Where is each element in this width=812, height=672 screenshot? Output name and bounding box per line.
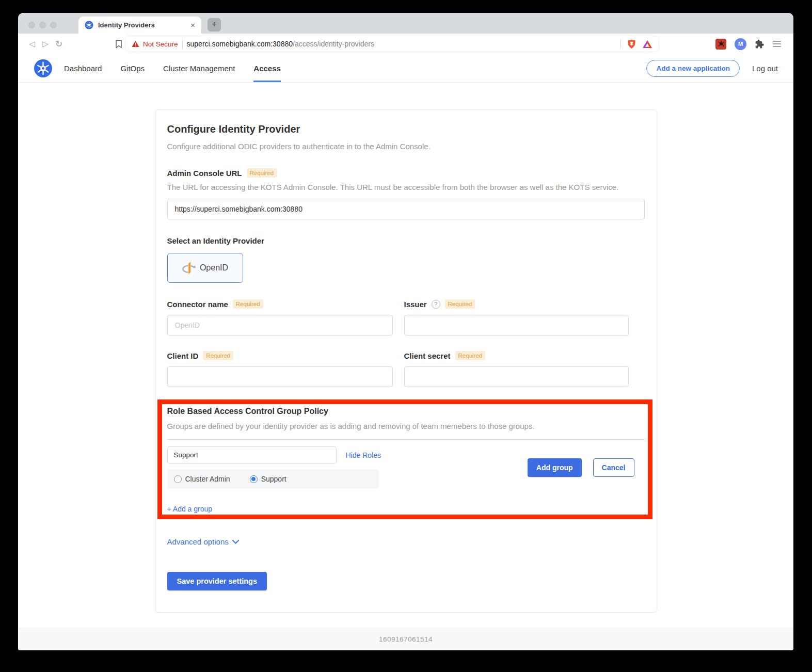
reload-button[interactable]: ↻ bbox=[52, 39, 66, 50]
browser-tab[interactable]: Identity Providers × bbox=[78, 17, 201, 34]
address-bar[interactable]: Not Secure superci.somebigbank.com:30880… bbox=[125, 36, 659, 52]
issuer-label: Issuer bbox=[404, 300, 427, 309]
radio-support[interactable]: Support bbox=[250, 475, 286, 483]
issuer-input[interactable] bbox=[404, 315, 629, 335]
bat-icon[interactable] bbox=[642, 40, 652, 49]
required-badge: Required bbox=[247, 168, 277, 178]
logout-link[interactable]: Log out bbox=[752, 64, 778, 73]
browser-menu-icon[interactable] bbox=[773, 41, 781, 47]
page-content: Configure Identity Provider Configure ad… bbox=[18, 83, 793, 628]
page-subtitle: Configure additional ODIC providers to a… bbox=[167, 142, 645, 151]
browser-toolbar: ◁ ▷ ↻ Not Secure superci.somebigbank.com… bbox=[18, 34, 793, 54]
kubernetes-favicon bbox=[85, 21, 93, 29]
url-text: superci.somebigbank.com:30880/access/ide… bbox=[187, 40, 616, 48]
connector-name-label: Connector name bbox=[167, 300, 228, 309]
add-new-application-button[interactable]: Add a new application bbox=[646, 60, 740, 77]
nav-item-dashboard[interactable]: Dashboard bbox=[64, 54, 102, 82]
select-provider-label: Select an Identity Provider bbox=[167, 236, 645, 245]
identity-provider-card: Configure Identity Provider Configure ad… bbox=[155, 109, 657, 613]
required-badge: Required bbox=[455, 351, 486, 360]
admin-console-url-help: The URL for accessing the KOTS Admin Con… bbox=[167, 183, 645, 191]
tab-strip: Identity Providers × + bbox=[18, 13, 793, 34]
radio-cluster-admin[interactable]: Cluster Admin bbox=[174, 475, 230, 483]
add-a-group-link[interactable]: + Add a group bbox=[167, 505, 213, 513]
not-secure-warning[interactable]: Not Secure bbox=[132, 40, 178, 48]
divider bbox=[167, 439, 645, 440]
advanced-options-link[interactable]: Advanced options bbox=[167, 537, 229, 546]
footer-timestamp: 1609167061514 bbox=[379, 635, 433, 643]
new-tab-button[interactable]: + bbox=[208, 18, 221, 31]
client-secret-label: Client secret bbox=[404, 351, 451, 360]
bookmark-icon[interactable] bbox=[115, 40, 122, 49]
issuer-help-icon[interactable]: ? bbox=[432, 300, 440, 309]
required-badge: Required bbox=[445, 299, 475, 309]
save-provider-settings-button[interactable]: Save provider settings bbox=[167, 572, 267, 590]
nav-item-access[interactable]: Access bbox=[253, 54, 281, 82]
minimize-window-button[interactable] bbox=[39, 22, 46, 28]
brave-shield-icon[interactable] bbox=[627, 39, 636, 49]
toolbar-extensions: M bbox=[715, 38, 786, 50]
connector-name-input[interactable] bbox=[167, 315, 393, 335]
url-host: superci.somebigbank.com:30880 bbox=[187, 40, 293, 48]
required-badge: Required bbox=[233, 299, 263, 309]
cancel-button[interactable]: Cancel bbox=[593, 458, 634, 477]
radio-label: Cluster Admin bbox=[185, 475, 230, 483]
rbac-subtitle: Groups are defined by your identity prov… bbox=[167, 422, 645, 430]
client-id-label: Client ID bbox=[167, 351, 199, 360]
required-badge: Required bbox=[203, 351, 233, 360]
close-tab-icon[interactable]: × bbox=[190, 21, 195, 29]
add-group-button[interactable]: Add group bbox=[528, 458, 582, 477]
admin-console-url-label: Admin Console URL bbox=[167, 169, 242, 178]
extensions-puzzle-icon[interactable] bbox=[755, 39, 765, 49]
radio-circle-icon bbox=[250, 475, 258, 483]
kubernetes-logo bbox=[34, 59, 53, 78]
group-editor-row: Hide Roles Cluster Admin Support bbox=[167, 446, 645, 489]
not-secure-label: Not Secure bbox=[143, 40, 178, 48]
advanced-options-row: Advanced options bbox=[167, 537, 645, 546]
client-secret-input[interactable] bbox=[404, 366, 629, 387]
close-window-button[interactable] bbox=[28, 22, 35, 28]
rbac-section: Role Based Access Control Group Policy G… bbox=[167, 407, 645, 514]
chevron-down-icon[interactable] bbox=[232, 540, 239, 544]
url-path: /access/identity-providers bbox=[293, 40, 374, 48]
hide-roles-link[interactable]: Hide Roles bbox=[346, 451, 381, 459]
app-header: Dashboard GitOps Cluster Management Acce… bbox=[18, 54, 793, 83]
nav-item-cluster-management[interactable]: Cluster Management bbox=[163, 54, 235, 82]
separator bbox=[182, 40, 183, 49]
separator bbox=[620, 40, 621, 49]
rbac-title: Role Based Access Control Group Policy bbox=[167, 407, 645, 416]
admin-console-url-input[interactable] bbox=[167, 199, 645, 219]
openid-provider-button[interactable]: OpenID bbox=[167, 253, 243, 283]
client-id-input[interactable] bbox=[167, 366, 393, 387]
radio-circle-icon bbox=[174, 475, 182, 483]
traffic-lights bbox=[18, 22, 64, 34]
openid-logo-icon bbox=[182, 261, 196, 275]
app-footer: 1609167061514 bbox=[18, 628, 793, 650]
back-button[interactable]: ◁ bbox=[25, 39, 39, 49]
zoom-window-button[interactable] bbox=[50, 22, 57, 28]
nav-item-gitops[interactable]: GitOps bbox=[120, 54, 145, 82]
forward-button[interactable]: ▷ bbox=[39, 39, 52, 49]
tab-title: Identity Providers bbox=[98, 21, 186, 29]
group-name-input[interactable] bbox=[167, 446, 337, 463]
browser-window: Identity Providers × + ◁ ▷ ↻ Not Secure … bbox=[18, 13, 793, 650]
roles-radio-group: Cluster Admin Support bbox=[167, 469, 379, 489]
warning-triangle-icon bbox=[132, 40, 139, 47]
radio-label: Support bbox=[261, 475, 286, 483]
extension-icon[interactable] bbox=[715, 39, 726, 50]
openid-label: OpenID bbox=[200, 263, 228, 273]
page-title: Configure Identity Provider bbox=[167, 123, 645, 135]
profile-avatar[interactable]: M bbox=[735, 38, 746, 50]
main-nav: Dashboard GitOps Cluster Management Acce… bbox=[64, 54, 281, 82]
